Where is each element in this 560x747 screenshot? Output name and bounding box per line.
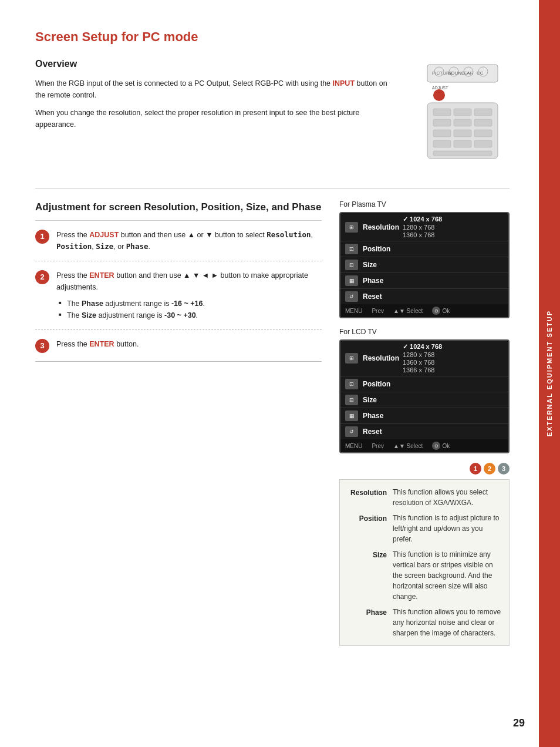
phase-mono: Phase bbox=[126, 242, 149, 251]
plasma-menu-footer: MENU Prev ▲▼ Select ⊙ Ok bbox=[340, 304, 508, 317]
remote-image-container: PICTURE SOUND EAR CC ADJUST bbox=[416, 59, 510, 164]
svg-rect-12 bbox=[433, 109, 451, 116]
plasma-res-1360: 1360 x 768 bbox=[403, 231, 442, 238]
step-2-badge: 2 bbox=[35, 270, 49, 284]
adjustment-section: Adjustment for screen Resolution, Positi… bbox=[35, 200, 510, 646]
desc-resolution-term: Resolution bbox=[347, 487, 387, 508]
plasma-resolution-item: ⊞ Resolution 1024 x 768 1280 x 768 1360 … bbox=[340, 213, 508, 241]
ok-icon-lcd: ⊙ bbox=[432, 442, 440, 450]
lcd-res-1024: 1024 x 768 bbox=[403, 343, 442, 351]
svg-rect-19 bbox=[454, 130, 471, 137]
section-divider bbox=[35, 188, 510, 189]
enter-bold-1: ENTER bbox=[89, 271, 114, 280]
page-container: EXTERNAL EQUIPMENT SETUP Screen Setup fo… bbox=[0, 0, 560, 747]
plasma-position-label: Position bbox=[363, 245, 403, 253]
overview-para2: When you change the resolution, select t… bbox=[35, 107, 398, 130]
side-tab-label: EXTERNAL EQUIPMENT SETUP bbox=[546, 310, 553, 436]
plasma-phase-icon: ▦ bbox=[345, 275, 358, 286]
position-mono: Position bbox=[56, 242, 92, 251]
svg-rect-16 bbox=[454, 119, 471, 126]
ok-icon-plasma: ⊙ bbox=[432, 307, 440, 315]
plasma-resolution-values: 1024 x 768 1280 x 768 1360 x 768 bbox=[403, 216, 442, 238]
plasma-size-label: Size bbox=[363, 261, 403, 269]
lcd-reset-item: ↺ Reset bbox=[340, 424, 508, 439]
plasma-phase-item: ▦ Phase bbox=[340, 273, 508, 289]
desc-phase-def: This function allows you to remove any h… bbox=[393, 607, 502, 638]
page-title: Screen Setup for PC mode bbox=[35, 29, 510, 45]
lcd-size-icon: ⊟ bbox=[345, 395, 358, 405]
svg-rect-23 bbox=[474, 140, 492, 147]
remote-control-image: PICTURE SOUND EAR CC ADJUST bbox=[421, 59, 504, 164]
plasma-size-icon: ⊟ bbox=[345, 260, 358, 270]
svg-rect-14 bbox=[474, 109, 492, 116]
svg-rect-24 bbox=[433, 151, 492, 156]
svg-rect-17 bbox=[474, 119, 492, 126]
lcd-footer-ok: ⊙ Ok bbox=[432, 442, 450, 450]
plasma-position-item: ⊡ Position bbox=[340, 241, 508, 257]
bullet-phase: The Phase adjustment range is -16 ~ +16. bbox=[59, 298, 322, 309]
lcd-tv-label: For LCD TV bbox=[339, 328, 510, 336]
plasma-reset-icon: ↺ bbox=[345, 291, 358, 302]
desc-size-term: Size bbox=[347, 549, 387, 602]
lcd-resolution-icon: ⊞ bbox=[345, 353, 358, 364]
step-2-bullets: The Phase adjustment range is -16 ~ +16.… bbox=[56, 298, 322, 321]
desc-position-term: Position bbox=[347, 513, 387, 544]
svg-rect-18 bbox=[433, 130, 451, 137]
step-1-badge: 1 bbox=[35, 230, 49, 244]
lcd-resolution-item: ⊞ Resolution 1024 x 768 1280 x 768 1360 … bbox=[340, 341, 508, 376]
bullet-size: The Size adjustment range is -30 ~ +30. bbox=[59, 309, 322, 321]
lcd-resolution-label: Resolution bbox=[363, 354, 403, 362]
plasma-footer-prev: Prev bbox=[372, 308, 384, 314]
enter-bold-2: ENTER bbox=[89, 340, 114, 348]
desc-size-row: Size This function is to minimize any ve… bbox=[347, 549, 502, 602]
desc-position-row: Position This function is to adjust pict… bbox=[347, 513, 502, 544]
badge-2: 2 bbox=[484, 463, 495, 475]
lcd-res-1366: 1366 x 768 bbox=[403, 366, 442, 374]
svg-rect-22 bbox=[454, 140, 471, 147]
step-3-text: Press the ENTER button. bbox=[56, 338, 139, 350]
svg-rect-13 bbox=[454, 109, 471, 116]
numbered-badges: 1 2 3 bbox=[339, 463, 510, 475]
lcd-position-label: Position bbox=[363, 380, 403, 388]
plasma-footer-select: ▲▼ Select bbox=[393, 308, 423, 314]
step-2-row: 2 Press the ENTER button and then use ▲ … bbox=[35, 270, 322, 321]
desc-phase-term: Phase bbox=[347, 607, 387, 638]
plasma-resolution-icon: ⊞ bbox=[345, 222, 358, 233]
desc-resolution-def: This function allows you select resoluti… bbox=[393, 487, 502, 508]
plasma-footer-menu: MENU bbox=[345, 308, 362, 314]
desc-phase-row: Phase This function allows you to remove… bbox=[347, 607, 502, 638]
desc-size-def: This function is to minimize any vertica… bbox=[393, 549, 502, 602]
overview-text: Overview When the RGB input of the set i… bbox=[35, 59, 398, 164]
overview-para1-before: When the RGB input of the set is connect… bbox=[35, 79, 333, 88]
lcd-footer-select: ▲▼ Select bbox=[393, 443, 423, 449]
plasma-tv-label: For Plasma TV bbox=[339, 200, 510, 208]
lcd-res-1360: 1360 x 768 bbox=[403, 359, 442, 366]
plasma-size-item: ⊟ Size bbox=[340, 257, 508, 273]
lcd-res-1280: 1280 x 768 bbox=[403, 351, 442, 358]
plasma-phase-label: Phase bbox=[363, 277, 403, 285]
plasma-tv-menu: ⊞ Resolution 1024 x 768 1280 x 768 1360 … bbox=[339, 212, 510, 318]
svg-rect-15 bbox=[433, 119, 451, 126]
lcd-phase-icon: ▦ bbox=[345, 410, 358, 421]
step-1-container: 1 Press the ADJUST button and then use ▲… bbox=[35, 221, 322, 261]
plasma-res-1280: 1280 x 768 bbox=[403, 224, 442, 231]
lcd-phase-label: Phase bbox=[363, 412, 403, 420]
lcd-footer-menu: MENU bbox=[345, 443, 362, 449]
overview-section: Overview When the RGB input of the set i… bbox=[35, 59, 510, 164]
desc-position-def: This function is to adjust picture to le… bbox=[393, 513, 502, 544]
svg-rect-20 bbox=[474, 130, 492, 137]
lcd-size-label: Size bbox=[363, 396, 403, 404]
side-tab: EXTERNAL EQUIPMENT SETUP bbox=[539, 0, 560, 747]
step-3-row: 3 Press the ENTER button. bbox=[35, 338, 322, 353]
adjust-bold: ADJUST bbox=[89, 231, 119, 239]
page-number: 29 bbox=[513, 717, 525, 729]
lcd-size-item: ⊟ Size bbox=[340, 392, 508, 408]
lcd-position-icon: ⊡ bbox=[345, 379, 358, 389]
step-3-container: 3 Press the ENTER button. bbox=[35, 330, 322, 362]
size-mono: Size bbox=[96, 242, 113, 251]
input-label: INPUT bbox=[333, 79, 355, 88]
desc-resolution-row: Resolution This function allows you sele… bbox=[347, 487, 502, 508]
adjustment-right: For Plasma TV ⊞ Resolution 1024 x 768 12… bbox=[339, 200, 510, 646]
svg-point-10 bbox=[433, 89, 445, 101]
step-1-text: Press the ADJUST button and then use ▲ o… bbox=[56, 229, 322, 253]
